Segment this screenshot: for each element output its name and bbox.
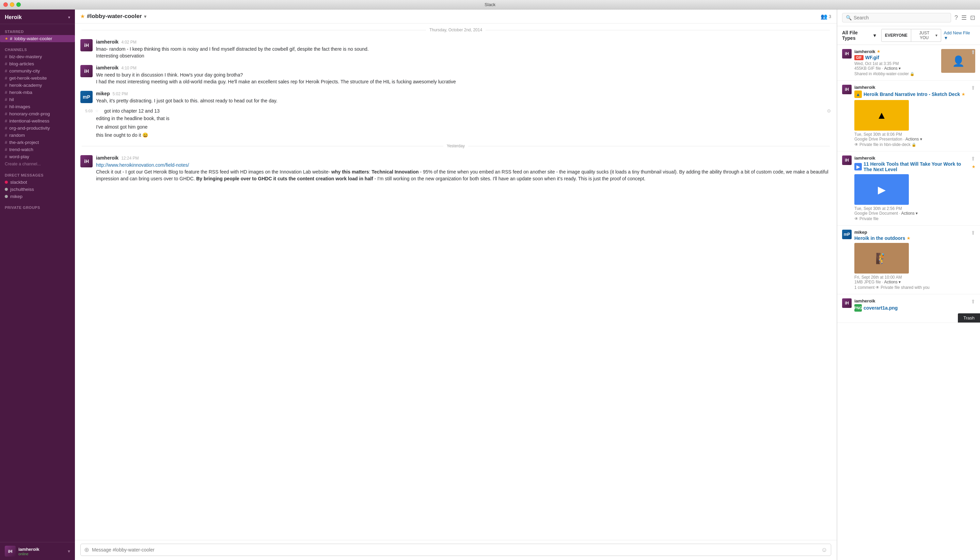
field-notes-link[interactable]: http://www.heroikinnovation.com/field-no… — [96, 162, 189, 168]
team-name[interactable]: Heroik — [5, 14, 22, 20]
file-preview-3: ▶ — [855, 174, 909, 205]
continuation-3: this line ought to do it 😀 — [75, 131, 837, 139]
create-channel-link[interactable]: Create a channel... — [0, 160, 75, 168]
file-name-3[interactable]: ▶ 11 Heroik Tools that Will Take Your Wo… — [855, 161, 975, 172]
file-actions-2[interactable]: Actions ▾ — [905, 137, 922, 142]
maximize-button[interactable] — [16, 2, 21, 7]
share-icon-5[interactable]: ⬆ — [971, 298, 975, 305]
attach-icon[interactable]: ⊕ — [84, 546, 89, 553]
file-name-4[interactable]: Heroik in the outdoors ★ — [855, 235, 975, 241]
search-box[interactable]: 🔍 — [842, 13, 951, 22]
sidebar-item-the-ark-project[interactable]: #the-ark-project — [0, 139, 75, 146]
sidebar-header: Heroik ▾ — [0, 10, 75, 24]
file-name-2[interactable]: ▲ Heroik Brand Narrative Intro - Sketch … — [855, 90, 975, 98]
sidebar-item-word-play[interactable]: #word-play — [0, 153, 75, 160]
msg-author-2: iamheroik — [96, 65, 119, 70]
minimize-button[interactable] — [10, 2, 14, 7]
footer-status: online — [18, 552, 65, 556]
file-type-dropdown[interactable]: All File Types ▾ — [842, 30, 876, 41]
filter-you-caret: ▾ — [935, 33, 937, 38]
sidebar-item-heroik-academy[interactable]: #heroik-academy — [0, 82, 75, 89]
continuation-2: I've almost got him gone — [75, 123, 837, 131]
sidebar-item-blog-articles[interactable]: #blog-articles — [0, 60, 75, 67]
sidebar-item-heroik-mba[interactable]: #heroik-mba — [0, 89, 75, 96]
sidebar-item-hil[interactable]: #hil — [0, 96, 75, 103]
star-cont-icon[interactable]: ☆ — [94, 108, 99, 113]
file-star-icon-1[interactable]: ★ — [877, 49, 880, 54]
file-star-icon-2[interactable]: ★ — [962, 92, 965, 97]
sidebar-item-community-city[interactable]: #community-city — [0, 67, 75, 75]
starred-label: STARRED — [0, 30, 75, 35]
private-groups-section: PRIVATE GROUPS — [0, 205, 75, 211]
avatar-iamheroik-2: iH — [80, 65, 93, 77]
titlebar: Slack — [0, 0, 980, 10]
continuation-1: editing in the headline book, that is — [75, 114, 837, 122]
file-shared-1: Shared in #lobby-water-cooler 🔒 — [855, 72, 915, 76]
file-star-icon-4[interactable]: ★ — [907, 236, 910, 240]
message-group-1: iH iamheroik 4:02 PM lmao- random - I ke… — [75, 37, 837, 62]
file-name-1[interactable]: GIF WF.gif — [855, 55, 915, 60]
status-dot-jschultheiss — [5, 188, 8, 191]
filter-you-button[interactable]: JUST YOU ▾ — [911, 29, 941, 42]
share-icon-2[interactable]: ⬆ — [971, 85, 975, 91]
sidebar-dm-mikep[interactable]: mikep — [0, 193, 75, 200]
file-actions-4[interactable]: Actions ▾ — [884, 280, 901, 284]
sidebar-dm-jschultheiss[interactable]: jschultheiss — [0, 186, 75, 193]
channel-dropdown-icon[interactable]: ▾ — [144, 14, 146, 19]
share-icon-1[interactable]: ⬆ — [971, 49, 975, 55]
dm-section: DIRECT MESSAGES slackbot jschultheiss mi… — [0, 173, 75, 200]
star-icon: ★ — [5, 37, 8, 41]
add-new-file-button[interactable]: Add New File ▼ — [944, 30, 975, 40]
sidebar-item-honorary-cmdr-prog[interactable]: #honorary-cmdr-prog — [0, 110, 75, 117]
sidebar-item-org-and-productivity[interactable]: #org-and-productivity — [0, 125, 75, 132]
close-button[interactable] — [3, 2, 8, 7]
msg-author: iamheroik — [96, 39, 119, 45]
help-icon[interactable]: ? — [955, 14, 958, 22]
chat-header: ★ #lobby-water-cooler ▾ 👥 3 — [75, 10, 837, 23]
status-dot-mikep — [5, 195, 8, 198]
list-view-icon[interactable]: ☰ — [961, 14, 967, 22]
channel-name: #lobby-water-cooler — [87, 13, 142, 20]
window-controls[interactable] — [3, 2, 21, 7]
channel-star-icon[interactable]: ★ — [80, 13, 85, 19]
gear-icon-msg[interactable]: ⚙ — [827, 108, 831, 113]
message-input-box[interactable]: ⊕ ☺ — [80, 544, 831, 556]
files-list: iH iamheroik ★ GIF WF.gif Wed, O — [837, 45, 980, 560]
members-button[interactable]: 👥 3 — [821, 13, 831, 20]
filter-everyone-button[interactable]: EVERYONE — [881, 29, 911, 42]
message-input[interactable] — [92, 547, 819, 553]
team-menu-chevron[interactable]: ▾ — [68, 15, 70, 20]
eye-icon-2: 👁 — [855, 142, 858, 147]
sidebar-dm-slackbot[interactable]: slackbot — [0, 178, 75, 186]
share-icon-4[interactable]: ⬆ — [971, 230, 975, 236]
file-username-5: iamheroik — [855, 298, 975, 303]
chat-input-area: ⊕ ☺ — [75, 540, 837, 560]
sidebar-item-intentional-wellness[interactable]: #intentional-wellness — [0, 117, 75, 125]
file-details-1: Wed, Oct 1st at 3:35 PM 455KB GIF file ·… — [855, 61, 915, 71]
sidebar-item-random[interactable]: #random — [0, 132, 75, 139]
file-actions-1[interactable]: Actions ▾ — [884, 66, 901, 71]
sidebar-item-hil-images[interactable]: #hil-images — [0, 103, 75, 110]
rp-search-header: 🔍 ? ☰ ⊡ — [837, 10, 980, 26]
members-icon: 👥 — [821, 13, 828, 20]
message-group-2: iH iamheroik 4:10 PM We need to bury it … — [75, 62, 837, 88]
search-input[interactable] — [854, 15, 947, 20]
emoji-icon[interactable]: ☺ — [821, 547, 828, 553]
sidebar-item-trend-watch[interactable]: #trend-watch — [0, 146, 75, 153]
cont-text-1: editing in the headline book, that is — [96, 115, 831, 122]
cont-text-3: this line ought to do it 😀 — [96, 132, 831, 138]
file-actions-3[interactable]: Actions ▾ — [901, 211, 918, 216]
msg-text-4: I had the most interesting meeting with … — [96, 78, 831, 85]
msg-author-3: mikep — [96, 91, 110, 96]
share-icon-3[interactable]: ⬆ — [971, 155, 975, 162]
trash-button[interactable]: Trash — [958, 313, 980, 323]
expand-icon[interactable]: ⊡ — [970, 14, 975, 22]
footer-chevron-icon[interactable]: ▾ — [68, 548, 70, 554]
sidebar-item-lobby-water-cooler[interactable]: ★ # lobby-water-cooler — [0, 35, 75, 42]
sidebar-item-get-heroik-website[interactable]: #get-heroik-website — [0, 75, 75, 82]
file-username-3: iamheroik — [855, 155, 975, 161]
sidebar-item-biz-dev-mastery[interactable]: #biz-dev-mastery — [0, 53, 75, 60]
file-name-5[interactable]: PNG coverart1a.png — [855, 304, 975, 312]
file-star-icon-3[interactable]: ★ — [972, 165, 975, 169]
footer-username: iamheroik — [18, 547, 65, 552]
